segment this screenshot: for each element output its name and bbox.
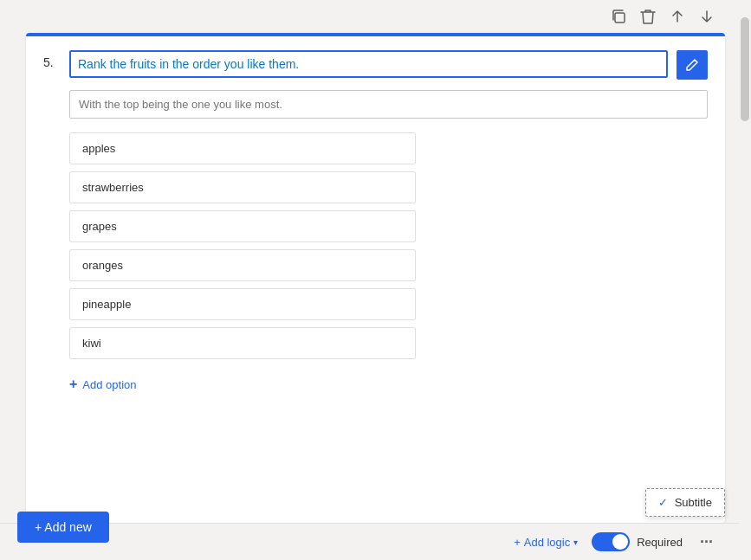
required-toggle[interactable] (592, 532, 630, 551)
list-item[interactable]: oranges (69, 249, 416, 281)
delete-icon[interactable] (638, 7, 657, 26)
options-container: apples strawberries grapes oranges pinea… (69, 132, 708, 359)
add-option-button[interactable]: + Add option (69, 373, 137, 396)
list-item[interactable]: pineapple (69, 288, 416, 320)
scrollbar-track (739, 0, 751, 560)
list-item[interactable]: grapes (69, 210, 416, 242)
plus-icon: + (69, 377, 77, 392)
top-toolbar (0, 0, 751, 33)
add-logic-button[interactable]: + Add logic ▾ (514, 536, 578, 549)
add-new-label: + Add new (35, 520, 92, 534)
copy-icon[interactable] (609, 7, 628, 26)
add-logic-label: Add logic (524, 536, 570, 549)
subtitle-dropdown[interactable]: ✓ Subtitle (645, 488, 725, 517)
chevron-down-icon: ▾ (573, 537, 578, 547)
add-option-label: Add option (82, 378, 136, 391)
required-label: Required (637, 536, 683, 549)
edit-title-button[interactable] (677, 50, 708, 80)
required-toggle-container: Required (592, 532, 683, 551)
scrollbar-thumb[interactable] (741, 17, 749, 121)
subtitle-label: Subtitle (675, 496, 712, 509)
svg-rect-0 (615, 13, 625, 23)
add-new-button[interactable]: + Add new (17, 512, 109, 543)
subtitle-input[interactable] (69, 90, 708, 119)
main-container: 5. apples strawberries grapes oranges pi… (0, 0, 751, 560)
checkmark-icon: ✓ (658, 496, 668, 509)
move-up-icon[interactable] (668, 7, 687, 26)
list-item[interactable]: kiwi (69, 327, 416, 359)
more-options-button[interactable]: ··· (696, 533, 716, 551)
plus-icon-footer: + (514, 536, 521, 549)
question-number: 5. (43, 50, 61, 69)
list-item[interactable]: strawberries (69, 171, 416, 203)
move-down-icon[interactable] (697, 7, 716, 26)
list-item[interactable]: apples (69, 132, 416, 164)
question-title-input[interactable] (69, 50, 668, 78)
question-card: 5. apples strawberries grapes oranges pi… (26, 33, 725, 523)
question-header: 5. (43, 50, 708, 80)
bottom-footer: + Add logic ▾ Required ··· ✓ Subtitle (0, 523, 751, 560)
